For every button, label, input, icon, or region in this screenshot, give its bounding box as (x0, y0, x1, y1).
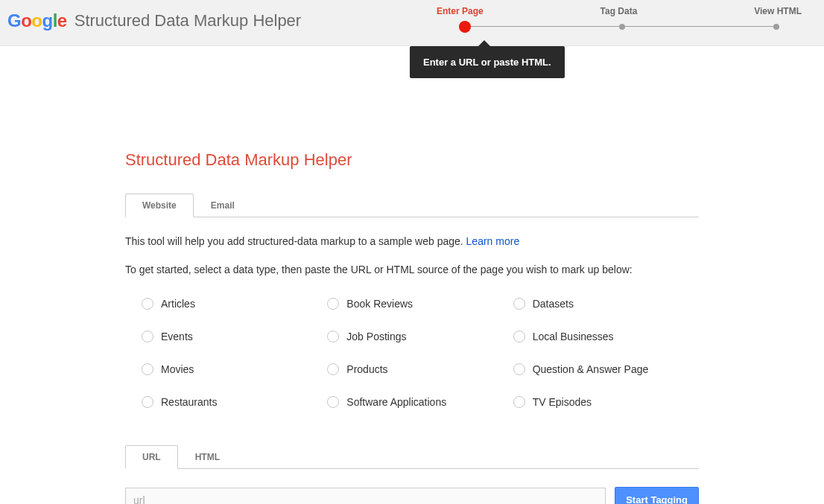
google-logo: Google (7, 10, 67, 31)
progress-stepper: Enter Page Tag Data View HTML (437, 6, 824, 33)
data-type-grid: Articles Book Reviews Datasets Events Jo… (125, 298, 699, 408)
step-enter-page: Enter Page (437, 6, 484, 16)
radio-icon (327, 396, 339, 408)
url-input[interactable] (125, 488, 606, 505)
radio-label: Articles (161, 298, 195, 310)
intro-copy: This tool will help you add structured-d… (125, 235, 466, 247)
radio-label: Restaurants (161, 396, 217, 408)
radio-label: Local Businesses (533, 331, 614, 342)
tab-email[interactable]: Email (194, 194, 252, 217)
radio-label: Products (346, 363, 387, 375)
product-title: Structured Data Markup Helper (75, 11, 301, 31)
instructions-text: To get started, select a data type, then… (125, 264, 699, 275)
content-type-tabs: Website Email (125, 194, 699, 217)
input-mode-tabs: URL HTML (125, 445, 699, 469)
radio-label: TV Episodes (533, 396, 592, 408)
radio-label: Job Postings (346, 331, 406, 342)
radio-label: Software Applications (346, 396, 446, 408)
main-content: Structured Data Markup Helper Website Em… (125, 46, 699, 504)
radio-movies[interactable]: Movies (142, 363, 327, 375)
tab-html[interactable]: HTML (178, 445, 237, 469)
radio-icon (513, 331, 525, 342)
radio-events[interactable]: Events (142, 331, 327, 342)
radio-icon (513, 363, 525, 375)
radio-icon (513, 396, 525, 408)
radio-icon (327, 298, 339, 310)
radio-icon (142, 298, 153, 310)
radio-label: Datasets (533, 298, 574, 310)
radio-icon (327, 363, 339, 375)
step-track (437, 21, 802, 33)
learn-more-link[interactable]: Learn more (466, 235, 520, 247)
radio-label: Book Reviews (346, 298, 413, 310)
radio-book-reviews[interactable]: Book Reviews (327, 298, 513, 310)
radio-icon (142, 331, 153, 342)
radio-label: Question & Answer Page (533, 363, 649, 375)
radio-articles[interactable]: Articles (142, 298, 327, 310)
radio-restaurants[interactable]: Restaurants (142, 396, 327, 408)
radio-icon (513, 298, 525, 310)
radio-icon (142, 363, 153, 375)
radio-job-postings[interactable]: Job Postings (327, 331, 513, 342)
radio-icon (327, 331, 339, 342)
input-row: Start Tagging (125, 487, 699, 504)
radio-datasets[interactable]: Datasets (513, 298, 699, 310)
app-header: Google Structured Data Markup Helper Ent… (0, 0, 824, 46)
radio-label: Movies (161, 363, 194, 375)
radio-tv-episodes[interactable]: TV Episodes (513, 396, 699, 408)
step-view-html: View HTML (754, 6, 802, 16)
radio-qa-page[interactable]: Question & Answer Page (513, 363, 699, 375)
radio-icon (142, 396, 153, 408)
radio-products[interactable]: Products (327, 363, 513, 375)
tab-website[interactable]: Website (125, 194, 194, 217)
tab-url[interactable]: URL (125, 445, 178, 469)
start-tagging-button[interactable]: Start Tagging (615, 487, 699, 504)
radio-local-businesses[interactable]: Local Businesses (513, 331, 699, 342)
radio-software-applications[interactable]: Software Applications (327, 396, 513, 408)
intro-text: This tool will help you add structured-d… (125, 235, 699, 247)
step-dot-2 (619, 24, 625, 30)
stepper-tooltip: Enter a URL or paste HTML. (410, 46, 565, 78)
radio-label: Events (161, 331, 193, 342)
page-title: Structured Data Markup Helper (125, 150, 699, 170)
step-dot-3 (773, 24, 779, 30)
step-tag-data: Tag Data (600, 6, 638, 16)
step-dot-1 (459, 21, 471, 33)
